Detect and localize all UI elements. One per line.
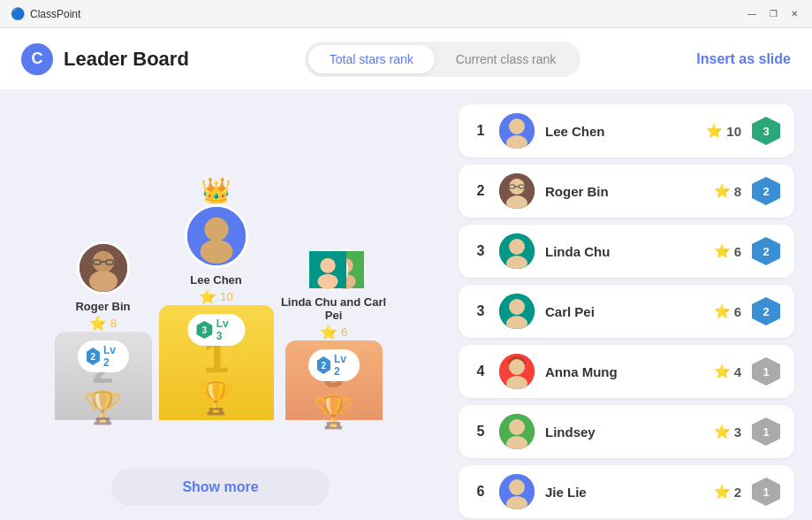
show-more-area: Show more <box>0 469 441 506</box>
restore-button[interactable]: ❐ <box>766 7 780 21</box>
lb-avatar <box>499 113 535 149</box>
third-star-icon: ⭐ <box>320 324 338 340</box>
third-level-badge: 2 Lv 2 <box>307 349 359 381</box>
svg-point-8 <box>204 218 228 241</box>
titlebar-appname: ClassPoint <box>30 8 80 20</box>
lb-level-badge: 3 <box>752 117 780 145</box>
first-stars: ⭐ 10 <box>199 288 232 305</box>
lb-level-badge: 2 <box>752 237 780 265</box>
tab-current-class[interactable]: Current class rank <box>435 45 578 73</box>
app-logo: C <box>21 43 53 75</box>
svg-point-17 <box>509 119 525 134</box>
svg-point-36 <box>509 419 525 435</box>
lb-stars: ⭐ 6 <box>714 303 741 319</box>
second-level-badge: 2 Lv 2 <box>77 340 128 372</box>
logo-area: C Leader Board <box>21 43 189 75</box>
first-avatar <box>185 204 248 268</box>
svg-point-29 <box>509 299 525 315</box>
lb-stars: ⭐ 8 <box>714 183 741 199</box>
lb-rank: 3 <box>473 243 489 259</box>
lb-level-badge: 1 <box>752 417 780 446</box>
third-level-hex: 2 <box>316 356 330 374</box>
tab-total-stars[interactable]: Total stars rank <box>308 45 435 73</box>
insert-as-slide-button[interactable]: Insert as slide <box>696 51 791 67</box>
first-star-icon: ⭐ <box>199 288 216 305</box>
third-trophy: 🏆 <box>314 394 353 431</box>
svg-point-9 <box>200 240 232 264</box>
first-name: Lee Chen <box>190 273 242 287</box>
minimize-button[interactable]: — <box>745 7 759 21</box>
lb-avatar <box>499 233 535 269</box>
lb-name: Lee Chen <box>545 124 695 139</box>
lb-rank: 3 <box>473 303 489 319</box>
second-name: Roger Bin <box>75 300 130 313</box>
close-button[interactable]: ✕ <box>787 7 801 21</box>
first-trophy: 🏆 <box>196 379 236 417</box>
first-level-badge: 3 Lv 3 <box>187 314 245 346</box>
crown-icon: 👑 <box>201 176 231 205</box>
lb-rank: 4 <box>473 363 489 379</box>
podium-first: 👑 Lee Chen ⭐ 10 3 <box>159 204 274 420</box>
third-stars: ⭐ 6 <box>320 324 347 340</box>
lb-avatar <box>499 474 535 509</box>
leaderboard-row: 6Jie Lie⭐ 21 <box>459 465 794 518</box>
lb-level-badge: 2 <box>752 297 780 325</box>
podium-second: Roger Bin ⭐ 8 2 Lv 2 2 🏆 <box>55 241 152 420</box>
leaderboard-list: 1Lee Chen⭐ 1032Roger Bin⭐ 823Linda Chu⭐ … <box>441 90 812 520</box>
svg-point-26 <box>509 239 525 255</box>
lb-rank: 5 <box>473 424 489 440</box>
lb-level-badge: 1 <box>752 478 780 506</box>
lb-avatar <box>499 354 535 389</box>
lb-name: Linda Chu <box>545 244 703 259</box>
show-more-button[interactable]: Show more <box>111 469 329 506</box>
star-icon: ⭐ <box>714 484 731 500</box>
podium-stage: Roger Bin ⭐ 8 2 Lv 2 2 🏆 👑 <box>21 204 420 420</box>
leaderboard-row: 5Lindsey⭐ 31 <box>459 405 794 458</box>
svg-point-2 <box>89 271 118 292</box>
star-icon: ⭐ <box>714 424 731 440</box>
lb-stars: ⭐ 10 <box>706 123 741 139</box>
third-avatar1 <box>307 249 348 290</box>
titlebar: 🔵 ClassPoint — ❐ ✕ <box>0 0 812 28</box>
second-star-icon: ⭐ <box>89 315 107 332</box>
leaderboard-row: 1Lee Chen⭐ 103 <box>459 104 794 157</box>
leaderboard-row: 3Linda Chu⭐ 62 <box>459 225 794 278</box>
second-level-hex: 2 <box>86 348 99 365</box>
main-content: Roger Bin ⭐ 8 2 Lv 2 2 🏆 👑 <box>0 90 812 520</box>
lb-name: Lindsey <box>545 424 703 440</box>
star-icon: ⭐ <box>714 183 731 199</box>
page-title: Leader Board <box>64 48 189 71</box>
svg-point-33 <box>509 359 525 375</box>
header: C Leader Board Total stars rank Current … <box>0 28 812 90</box>
lb-name: Roger Bin <box>545 184 703 199</box>
star-icon: ⭐ <box>714 243 731 259</box>
third-double-avatar <box>307 249 360 290</box>
lb-name: Carl Pei <box>545 304 703 319</box>
third-name: Linda Chu and Carl Pei <box>281 295 387 322</box>
lb-stars: ⭐ 3 <box>714 424 741 440</box>
lb-level-badge: 1 <box>752 357 780 386</box>
lb-avatar <box>499 294 535 329</box>
second-avatar <box>77 241 130 294</box>
titlebar-left: 🔵 ClassPoint <box>11 7 80 20</box>
leaderboard-row: 4Anna Mung⭐ 41 <box>459 345 794 398</box>
podium-area: Roger Bin ⭐ 8 2 Lv 2 2 🏆 👑 <box>0 90 441 520</box>
lb-avatar <box>499 173 535 209</box>
lb-stars: ⭐ 2 <box>714 484 741 500</box>
svg-point-39 <box>509 479 525 495</box>
titlebar-controls[interactable]: — ❐ ✕ <box>745 7 801 21</box>
leaderboard-row: 3Carl Pei⭐ 62 <box>459 285 794 338</box>
second-stars: ⭐ 8 <box>89 315 117 332</box>
svg-point-12 <box>317 274 338 289</box>
star-icon: ⭐ <box>714 303 731 319</box>
first-block: 3 Lv 3 1 🏆 <box>159 305 274 420</box>
star-icon: ⭐ <box>706 123 723 139</box>
lb-rank: 1 <box>473 123 489 139</box>
svg-point-11 <box>320 258 335 273</box>
star-icon: ⭐ <box>714 363 731 379</box>
lb-rank: 2 <box>473 183 489 199</box>
lb-avatar <box>499 414 535 449</box>
second-trophy: 🏆 <box>83 389 123 426</box>
first-level-hex: 3 <box>196 321 213 339</box>
second-block: 2 Lv 2 2 🏆 <box>55 332 152 420</box>
